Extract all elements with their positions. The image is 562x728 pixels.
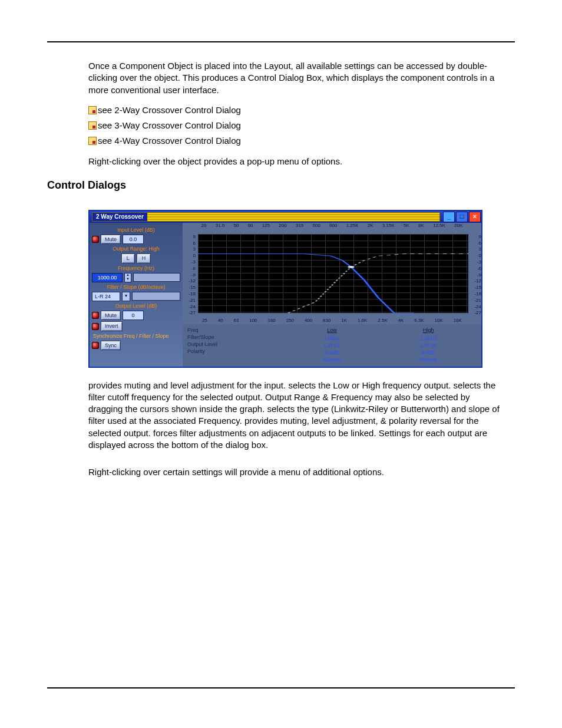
output-range-low-button[interactable]: L	[121, 253, 135, 263]
output-range-label: Output Range: High	[92, 245, 180, 252]
sync-label: Synchronize Freq / Filter / Slope	[92, 332, 180, 340]
invert-button[interactable]: Invert	[101, 321, 123, 331]
filter-slope-label: Filter / Slope (dB/octave)	[92, 284, 180, 291]
description-paragraph: provides muting and level adjustment for…	[88, 380, 503, 452]
see-link-4way[interactable]: see 4-Way Crossover Control Dialog	[88, 135, 503, 147]
rightclick-note: Right-clicking over the object provides …	[88, 156, 503, 167]
output-range-high-button[interactable]: H	[137, 253, 151, 263]
response-graph[interactable]	[198, 234, 468, 313]
see-link-2way[interactable]: see 2-Way Crossover Control Dialog	[88, 104, 503, 116]
crossover-dialog-screenshot: 2 Way Crossover _ □ × Input Level (dB) M…	[88, 210, 482, 368]
output-summary-strip: Freq Filter/Slope Output Level Polarity …	[183, 324, 481, 367]
sync-led	[92, 342, 99, 349]
doc-icon	[88, 137, 97, 145]
y-axis-right: 9630-3-6-9-12-15-18-21-24-27	[470, 229, 481, 318]
filter-slope-select[interactable]: L-R 24	[92, 292, 120, 301]
frequency-spinner[interactable]: ▲▼	[124, 273, 131, 282]
window-close-button[interactable]: ×	[469, 212, 481, 222]
y-axis-left: 9630-3-6-9-12-15-18-21-24-27	[183, 229, 197, 318]
output-level-field[interactable]: 0	[123, 311, 144, 320]
frequency-slider[interactable]	[133, 273, 180, 282]
input-mute-led	[92, 236, 99, 243]
chevron-down-icon[interactable]: ▾	[122, 292, 130, 301]
input-level-label: Input Level (dB)	[92, 226, 180, 233]
window-maximize-button[interactable]: □	[456, 212, 468, 222]
control-panel: Input Level (dB) Mute 0.0 Output Range: …	[90, 223, 183, 367]
x-axis-bottom: 2540631001602504006301K1.6K2.5K4K6.3K10K…	[183, 318, 481, 324]
input-level-field[interactable]: 0.0	[123, 235, 144, 244]
sync-button[interactable]: Sync	[101, 341, 121, 350]
output-mute-led	[92, 312, 99, 319]
see-link-3way[interactable]: see 3-Way Crossover Control Dialog	[88, 120, 503, 131]
dialog-titlebar[interactable]: 2 Way Crossover _ □ ×	[90, 211, 481, 223]
frequency-label: Frequency (Hz)	[92, 265, 180, 272]
invert-led	[92, 323, 99, 330]
dialog-title: 2 Way Crossover	[92, 213, 147, 221]
input-mute-button[interactable]: Mute	[101, 235, 121, 244]
svg-point-0	[348, 266, 354, 268]
window-minimize-button[interactable]: _	[443, 212, 455, 222]
doc-icon	[88, 106, 97, 114]
doc-icon	[88, 121, 97, 130]
section-heading: Control Dialogs	[47, 178, 503, 192]
intro-paragraph: Once a Component Object is placed into t…	[88, 60, 503, 96]
frequency-field[interactable]: 1000.00	[92, 273, 123, 282]
output-level-label: Output Level (dB)	[92, 302, 180, 309]
bottom-note: Right-clicking over certain settings wil…	[88, 466, 503, 478]
output-mute-button[interactable]: Mute	[101, 311, 121, 320]
filter-slope-slider[interactable]	[132, 292, 180, 301]
x-axis-top: 2031.550801252003155008001.25K2K3.15K5K8…	[183, 223, 481, 229]
